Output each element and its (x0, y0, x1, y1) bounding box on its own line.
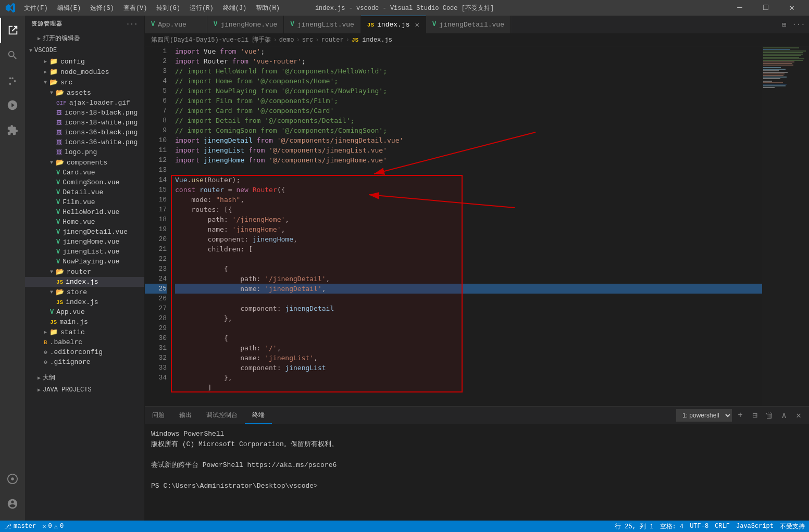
status-position[interactable]: 行 25, 列 1 (615, 522, 653, 531)
panel-tab-output[interactable]: 输出 (172, 407, 199, 424)
open-editors-label: 打开的编辑器 (43, 34, 80, 43)
tab-jinenglist-vue[interactable]: V jinengList.vue (284, 16, 360, 33)
sidebar-root[interactable]: ▼ VSCODE (25, 45, 144, 56)
tab-jineghome-vue[interactable]: V jinengHome.vue (207, 16, 284, 33)
sidebar-open-editors[interactable]: ▶ 打开的编辑器 (25, 32, 144, 45)
tab-index-js[interactable]: JS index.js ✕ (361, 16, 426, 33)
breadcrumb-router[interactable]: router (321, 36, 343, 44)
activity-search[interactable] (0, 43, 25, 68)
sidebar-java-projects[interactable]: ▶ JAVA PROJECTS (25, 384, 144, 396)
status-branch[interactable]: ⎇ master (4, 523, 36, 530)
code-editor[interactable]: 12345 678910 1112131415 1617181920 21222… (145, 46, 809, 406)
sidebar-item-editorconfig[interactable]: ⚙ .editorconfig (25, 347, 144, 357)
tab-jinengdetail-vue[interactable]: V jinengDetail.vue (426, 16, 511, 33)
breadcrumb-file[interactable]: JS index.js (352, 36, 392, 44)
sidebar-item-router[interactable]: ▼ 📂 router (25, 267, 144, 277)
sidebar-item-card-vue[interactable]: V Card.vue (25, 168, 144, 178)
sidebar-item-router-index-js[interactable]: JS index.js (25, 277, 144, 287)
status-unsupported[interactable]: 不受支持 (780, 522, 805, 531)
code-content[interactable]: import Vue from 'vue'; import Router fro… (171, 46, 762, 406)
sidebar-item-icons-18-black[interactable]: 🖼 icons-18-black.png (25, 108, 144, 118)
sidebar-item-app-vue[interactable]: V App.vue (25, 307, 144, 317)
sidebar-item-gitignore[interactable]: ⚙ .gitignore (25, 357, 144, 367)
kill-terminal-button[interactable]: 🗑 (763, 409, 776, 422)
breadcrumb-root[interactable]: 第四周(Day14-Day15)-vue-cli 脚手架 (151, 35, 271, 44)
sidebar-item-assets[interactable]: ▼ 📂 assets (25, 87, 144, 98)
activity-explorer[interactable] (0, 18, 25, 43)
activity-remote[interactable] (0, 466, 25, 491)
sidebar-item-jineghome-vue[interactable]: V jinengHome.vue (25, 237, 144, 247)
sidebar-more-button[interactable]: ··· (126, 21, 138, 27)
sidebar-item-jinengdetail-vue[interactable]: V jinengDetail.vue (25, 227, 144, 237)
sidebar-item-helloworld-vue[interactable]: V HelloWorld.vue (25, 207, 144, 217)
status-encoding[interactable]: UTF-8 (690, 522, 708, 531)
activity-debug[interactable] (0, 93, 25, 118)
more-actions-button[interactable]: ··· (792, 18, 805, 31)
terminal-line (151, 450, 803, 460)
sidebar-item-ajax-loader[interactable]: GIF ajax-loader.gif (25, 98, 144, 108)
title-bar-controls[interactable]: ─ □ ✕ (728, 0, 804, 16)
minimize-button[interactable]: ─ (728, 0, 752, 16)
breadcrumb-src[interactable]: src (302, 36, 314, 44)
activity-scm[interactable] (0, 68, 25, 93)
sidebar-item-jinenglist-vue[interactable]: V jinengList.vue (25, 247, 144, 257)
status-line-ending[interactable]: CRLF (715, 522, 730, 531)
panel-tab-debug-console[interactable]: 调试控制台 (199, 407, 245, 424)
status-language[interactable]: JavaScript (736, 522, 774, 531)
sidebar-item-components[interactable]: ▼ 📂 components (25, 157, 144, 168)
title-bar-menu[interactable]: 文件(F) 编辑(E) 选择(S) 查看(V) 转到(G) 运行(R) 终端(J… (20, 3, 284, 14)
activity-extensions[interactable] (0, 118, 25, 143)
sidebar-item-home-vue[interactable]: V Home.vue (25, 217, 144, 227)
sidebar-item-store-index-js[interactable]: JS index.js (25, 297, 144, 307)
panel-tab-problems[interactable]: 问题 (145, 407, 172, 424)
js-icon: JS (56, 299, 63, 306)
vue-icon: V (56, 189, 60, 196)
sidebar-item-config[interactable]: ▶ 📁 config (25, 56, 144, 67)
item-label: router (67, 268, 91, 276)
sidebar-item-icons-36-black[interactable]: 🖼 icons-36-black.png (25, 128, 144, 137)
item-label: Film.vue (63, 198, 95, 206)
panel-close-button[interactable]: ✕ (792, 409, 805, 422)
status-spaces[interactable]: 空格: 4 (660, 522, 684, 531)
sidebar: 资源管理器 ··· ▶ 打开的编辑器 ▼ VSCODE ▶ 📁 config ▶… (25, 16, 145, 521)
outline-label: 大纲 (43, 373, 55, 382)
chevron-down-icon: ▼ (50, 269, 53, 275)
panel-content: Windows PowerShell 版权所有 (C) Microsoft Co… (145, 425, 809, 521)
menu-file[interactable]: 文件(F) (20, 3, 52, 14)
sidebar-outline[interactable]: ▶ 大纲 (25, 371, 144, 384)
sidebar-item-nowplaying-vue[interactable]: V NowPlaying.vue (25, 257, 144, 267)
close-button[interactable]: ✕ (780, 0, 804, 16)
menu-goto[interactable]: 转到(G) (152, 3, 184, 14)
sidebar-item-icons-36-white[interactable]: 🖼 icons-36-white.png (25, 137, 144, 147)
sidebar-item-comingsoon-vue[interactable]: V ComingSoon.vue (25, 178, 144, 187)
new-terminal-button[interactable]: + (734, 409, 746, 422)
tab-close-button[interactable]: ✕ (415, 20, 419, 29)
menu-help[interactable]: 帮助(H) (252, 3, 284, 14)
vue-icon: V (290, 21, 294, 28)
sidebar-item-static[interactable]: ▶ 📁 static (25, 327, 144, 337)
menu-run[interactable]: 运行(R) (185, 3, 218, 14)
split-editor-button[interactable]: ⊞ (778, 18, 790, 31)
menu-edit[interactable]: 编辑(E) (53, 3, 85, 14)
sidebar-item-film-vue[interactable]: V Film.vue (25, 197, 144, 207)
menu-view[interactable]: 查看(V) (119, 3, 152, 14)
terminal-selector[interactable]: 1: powershell (676, 409, 732, 422)
sidebar-item-detail-vue[interactable]: V Detail.vue (25, 187, 144, 197)
panel-tab-terminal[interactable]: 终端 (245, 407, 272, 424)
status-errors[interactable]: ✕ 0 ⚠ 0 (42, 523, 64, 530)
menu-terminal[interactable]: 终端(J) (219, 3, 251, 14)
menu-select[interactable]: 选择(S) (86, 3, 118, 14)
sidebar-item-icons-18-white[interactable]: 🖼 icons-18-white.png (25, 118, 144, 128)
tab-app-vue[interactable]: V App.vue (145, 16, 207, 33)
sidebar-item-store[interactable]: ▼ 📂 store (25, 287, 144, 297)
panel-maximize-button[interactable]: ∧ (778, 409, 790, 422)
activity-account[interactable] (0, 491, 25, 516)
split-terminal-button[interactable]: ⊞ (749, 409, 761, 422)
sidebar-item-main-js[interactable]: JS main.js (25, 317, 144, 327)
sidebar-item-babelrc[interactable]: Β .babelrc (25, 337, 144, 347)
sidebar-item-node-modules[interactable]: ▶ 📁 node_modules (25, 67, 144, 77)
sidebar-item-logo[interactable]: 🖼 logo.png (25, 147, 144, 157)
maximize-button[interactable]: □ (754, 0, 778, 16)
breadcrumb-demo[interactable]: demo (279, 36, 294, 44)
sidebar-item-src[interactable]: ▼ 📂 src (25, 77, 144, 87)
